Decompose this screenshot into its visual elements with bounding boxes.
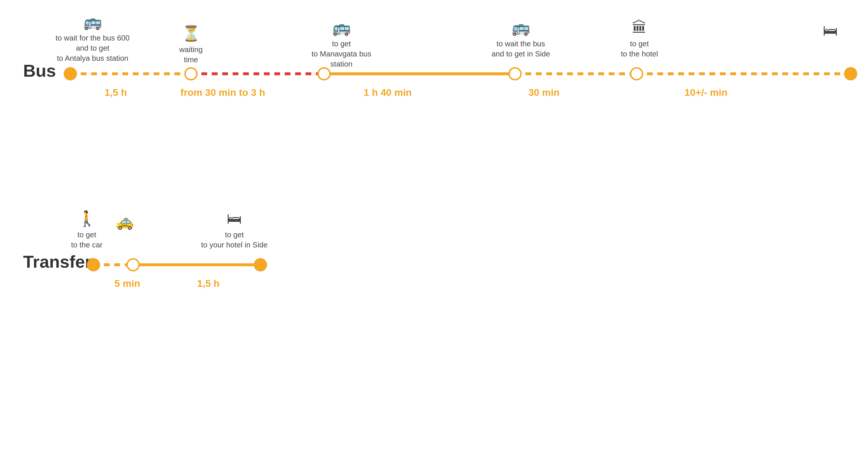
monument-icon: 🏛 — [605, 18, 674, 38]
bus-icon-1-line1: to wait for the bus 600 — [56, 34, 130, 42]
bus-time-3: 1 h 40 min — [336, 87, 440, 98]
bus-node-4 — [508, 67, 522, 81]
hourglass-icon: ⏳ — [168, 23, 214, 43]
bed-icon-transfer: 🛏 — [197, 208, 272, 229]
bus-node-1 — [64, 67, 77, 81]
bus-seg-5 — [637, 72, 850, 75]
bus-seg-3 — [324, 72, 515, 75]
bus-label: Bus — [23, 61, 56, 81]
bus-seg-2 — [191, 72, 324, 75]
bus-icon-4-line1: to wait the bus — [496, 39, 545, 48]
bus-icon-5-line1: to get — [630, 39, 649, 48]
bus-node-6 — [844, 67, 857, 81]
transfer-icon-2: 🚕 — [107, 211, 142, 233]
bus-node-3 — [317, 67, 331, 81]
bus-icon-1: 🚌 to wait for the bus 600 and to get to … — [52, 11, 133, 63]
transfer-node-1 — [87, 258, 100, 271]
transfer-icon-3-line2: to your hotel in Side — [201, 240, 268, 249]
bus-time-5: 10+/- min — [654, 87, 758, 98]
transfer-node-2 — [126, 258, 140, 271]
transfer-icon-1-line2: to the car — [71, 240, 102, 249]
bus-icon-1-line2: and to get — [76, 44, 110, 52]
transfer-icon-1-line1: to get — [77, 230, 96, 239]
bus-seg-1 — [70, 72, 191, 75]
bus-icon-5: 🏛 to get to the hotel — [605, 18, 674, 59]
transfer-time-1: 5 min — [104, 278, 151, 289]
bus-icon-2-line2: time — [184, 55, 198, 64]
bus-icon-2: ⏳ waiting time — [168, 23, 214, 65]
bus-glyph-4: 🚌 — [483, 18, 558, 38]
bed-icon-bus: 🛏 — [810, 20, 850, 40]
transfer-icon-3-line1: to get — [225, 230, 244, 239]
bus-node-2 — [184, 67, 197, 81]
transfer-node-3 — [254, 258, 267, 271]
transfer-icon-3: 🛏 to get to your hotel in Side — [197, 208, 272, 250]
walking-icon: 🚶 — [61, 208, 113, 229]
taxi-icon: 🚕 — [107, 211, 142, 232]
transfer-seg-2 — [133, 263, 254, 266]
bus-icon-3-line2: to Manavgata bus station — [312, 50, 372, 68]
bus-icon-5-line2: to the hotel — [621, 50, 658, 58]
bus-glyph-1: 🚌 — [52, 11, 133, 32]
transfer-time-2: 1,5 h — [179, 278, 237, 289]
bus-icon-6: 🛏 — [810, 20, 850, 42]
bus-icon-3-line1: to get — [332, 39, 351, 48]
bus-icon-1-line3: to Antalya bus station — [57, 54, 128, 62]
bus-glyph-3: 🚌 — [301, 18, 382, 38]
diagram-container: Bus 🚌 to wait for the bus 600 and to get… — [0, 0, 868, 452]
bus-seg-4 — [515, 72, 637, 75]
bus-icon-4: 🚌 to wait the bus and to get in Side — [483, 18, 558, 59]
bus-icon-3: 🚌 to get to Manavgata bus station — [301, 18, 382, 69]
bus-icon-2-line1: waiting — [179, 45, 203, 54]
bus-time-1: 1,5 h — [78, 87, 153, 98]
bus-time-4: 30 min — [509, 87, 579, 98]
bus-timeline — [64, 72, 850, 76]
transfer-timeline — [87, 263, 260, 267]
bus-time-2: from 30 min to 3 h — [151, 87, 295, 98]
bus-icon-4-line2: and to get in Side — [492, 50, 550, 58]
transfer-icon-1: 🚶 to get to the car — [61, 208, 113, 250]
transfer-label: Transfer — [23, 252, 92, 272]
bus-node-5 — [630, 67, 643, 81]
